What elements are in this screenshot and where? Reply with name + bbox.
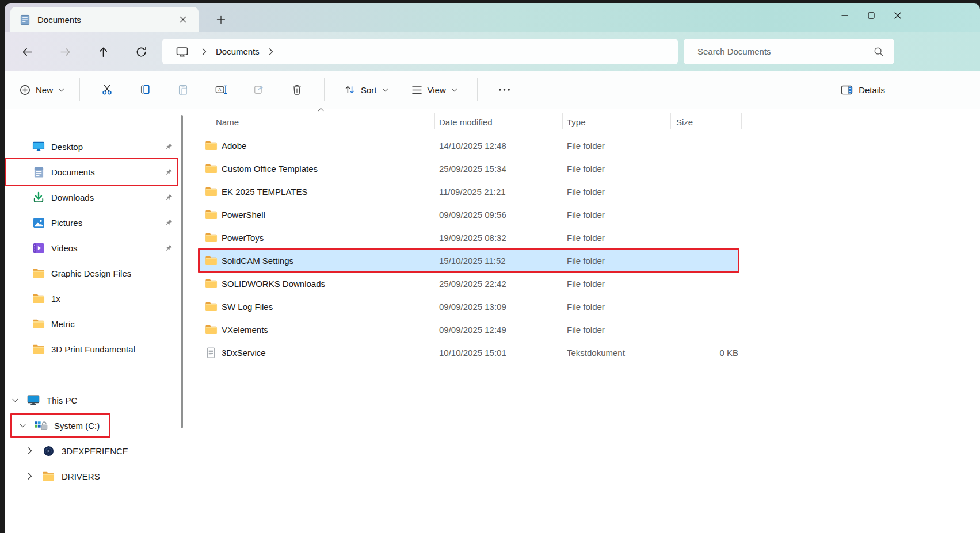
tree-items: This PCSystem (C:)3DEXPERIENCEDRIVERS [5,388,183,489]
file-row-adobe[interactable]: Adobe14/10/2025 12:48File folder [199,134,738,157]
this-pc-icon [176,47,188,57]
paste-button[interactable] [168,77,198,102]
cut-icon [101,84,113,95]
file-type: File folder [567,279,695,289]
address-bar[interactable]: Documents [162,39,678,64]
new-icon [20,85,30,95]
sidebar-item-documents[interactable]: Documents [5,159,183,185]
copy-button[interactable] [130,77,160,102]
file-row-solidcam-settings[interactable]: SolidCAM Settings15/10/2025 11:52File fo… [199,249,738,272]
file-name: SW Log Files [222,302,439,312]
expander-down-icon[interactable] [18,424,27,428]
file-row-vxelements[interactable]: VXelements09/09/2025 12:49File folder [199,318,738,341]
sidebar-item-videos[interactable]: Videos [5,235,183,260]
up-button[interactable] [89,39,117,64]
column-separator[interactable] [562,113,563,129]
column-header-size[interactable]: Size [676,109,693,133]
maximize-button[interactable] [858,6,884,25]
pinned-items: DesktopDocumentsDownloadsPicturesVideosG… [5,134,183,362]
file-row-sw-log-files[interactable]: SW Log Files09/09/2025 13:09File folder [199,295,738,318]
sidebar-item-metric[interactable]: Metric [5,311,183,336]
sidebar-item-3d-print-fundamental[interactable]: 3D Print Fundamental [5,336,183,362]
sidebar-scrollbar[interactable] [181,115,183,428]
sidebar-item-graphic-design-files[interactable]: Graphic Design Files [5,260,183,286]
file-date-modified: 25/09/2025 15:34 [439,164,567,174]
pin-icon[interactable] [165,194,173,201]
column-separator[interactable] [434,113,435,129]
sidebar-item-downloads[interactable]: Downloads [5,185,183,210]
sidebar-item-this-pc[interactable]: This PC [5,388,183,413]
details-button[interactable]: Details [835,80,891,99]
sidebar-item-drivers[interactable]: DRIVERS [5,463,183,489]
column-headers: Name Date modified Type Size [190,109,980,133]
expander-right-icon[interactable] [25,473,35,480]
column-separator[interactable] [670,113,671,129]
search-icon[interactable] [874,47,884,57]
details-pane-icon [841,85,853,95]
forward-button[interactable] [51,39,79,64]
sidebar-item-1x[interactable]: 1x [5,286,183,311]
folder-icon [199,186,222,197]
sort-button[interactable]: Sort [337,80,395,99]
column-header-type[interactable]: Type [567,109,586,133]
file-row-powershell[interactable]: PowerShell09/09/2025 09:56File folder [199,203,738,226]
cut-button[interactable] [92,77,122,102]
close-button[interactable] [884,6,911,25]
rename-button[interactable]: A [206,77,236,102]
pin-icon[interactable] [165,143,173,151]
expander-right-icon[interactable] [25,447,35,454]
sort-label: Sort [361,85,377,95]
pin-icon[interactable] [165,168,173,176]
folder-icon [199,140,222,151]
window-controls [832,6,911,25]
file-row-custom-office-templates[interactable]: Custom Office Templates25/09/2025 15:34F… [199,157,738,180]
file-date-modified: 09/09/2025 12:49 [439,325,567,335]
sidebar-item-system-c[interactable]: System (C:) [5,413,183,438]
sidebar-item-desktop[interactable]: Desktop [5,134,183,159]
document-tab-icon [20,14,30,25]
file-row-ek-2025-templates[interactable]: EK 2025 TEMPLATES11/09/2025 21:21File fo… [199,180,738,203]
view-button[interactable]: View [405,80,464,99]
tab-documents[interactable]: Documents [10,7,199,32]
share-button[interactable] [244,77,274,102]
file-row-3dxservice[interactable]: 3DxService10/10/2025 15:01Tekstdokument0… [199,341,738,364]
file-date-modified: 25/09/2025 22:42 [439,279,567,289]
sphere3d-icon [40,446,56,457]
file-row-solidworks-downloads[interactable]: SOLIDWORKS Downloads25/09/2025 22:42File… [199,272,738,295]
copy-icon [139,84,151,95]
file-name: 3DxService [222,348,439,358]
file-date-modified: 09/09/2025 13:09 [439,302,567,312]
tab-close-icon[interactable] [176,12,190,27]
sidebar-item-label: Pictures [51,218,82,228]
file-size: 0 KB [695,348,738,358]
pin-icon[interactable] [165,219,173,227]
sidebar-divider [15,122,171,122]
sidebar-item-label: 1x [51,294,60,304]
new-button-label: New [36,85,53,95]
sidebar-item-label: Desktop [51,142,83,152]
back-button[interactable] [13,39,41,64]
see-more-button[interactable] [490,77,520,102]
chevron-down-icon [451,88,457,92]
file-type: File folder [567,325,695,335]
new-button[interactable]: New [13,80,71,100]
column-header-name[interactable]: Name [216,109,239,133]
sidebar-item-pictures[interactable]: Pictures [5,210,183,235]
expander-down-icon[interactable] [10,398,20,402]
sidebar-item-3dexperience[interactable]: 3DEXPERIENCE [5,438,183,463]
refresh-button[interactable] [127,39,155,64]
new-tab-button[interactable] [212,11,230,28]
breadcrumb-documents[interactable]: Documents [212,44,263,59]
folder-icon [31,319,46,329]
column-header-date-modified[interactable]: Date modified [439,109,493,133]
file-row-powertoys[interactable]: PowerToys19/09/2025 08:32File folder [199,226,738,249]
column-separator[interactable] [741,113,742,129]
folder-icon [199,163,222,174]
search-input[interactable] [684,47,874,56]
file-date-modified: 11/09/2025 21:21 [439,187,567,197]
delete-button[interactable] [282,77,312,102]
sidebar-item-label: Videos [51,243,78,253]
minimize-button[interactable] [832,6,858,25]
pin-icon[interactable] [165,244,173,252]
tab-bar: Documents [5,3,980,32]
